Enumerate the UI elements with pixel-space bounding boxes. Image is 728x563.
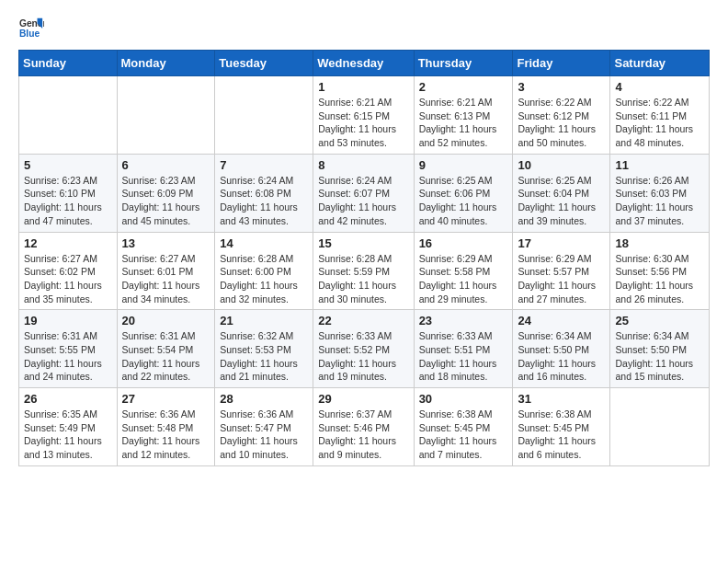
day-info: Sunrise: 6:28 AM Sunset: 5:59 PM Dayligh… (318, 252, 408, 306)
day-info: Sunrise: 6:27 AM Sunset: 6:01 PM Dayligh… (122, 252, 210, 306)
calendar-cell: 7Sunrise: 6:24 AM Sunset: 6:08 PM Daylig… (215, 154, 313, 232)
day-info: Sunrise: 6:38 AM Sunset: 5:45 PM Dayligh… (518, 408, 605, 462)
day-info: Sunrise: 6:32 AM Sunset: 5:53 PM Dayligh… (220, 329, 308, 384)
calendar-header-saturday: Saturday (610, 51, 710, 76)
calendar-cell: 24Sunrise: 6:34 AM Sunset: 5:50 PM Dayli… (513, 310, 610, 388)
day-info: Sunrise: 6:36 AM Sunset: 5:48 PM Dayligh… (122, 408, 210, 462)
calendar-header-tuesday: Tuesday (215, 51, 313, 76)
day-number: 3 (518, 80, 605, 94)
svg-text:Blue: Blue (19, 29, 40, 39)
calendar-header-row: SundayMondayTuesdayWednesdayThursdayFrid… (19, 51, 710, 76)
calendar-cell: 22Sunrise: 6:33 AM Sunset: 5:52 PM Dayli… (313, 310, 414, 388)
logo: General Blue (18, 15, 48, 40)
calendar-cell: 10Sunrise: 6:25 AM Sunset: 6:04 PM Dayli… (513, 154, 610, 232)
day-number: 29 (318, 392, 408, 406)
day-number: 31 (518, 392, 605, 406)
day-number: 22 (318, 314, 408, 327)
day-number: 23 (419, 314, 508, 327)
day-info: Sunrise: 6:29 AM Sunset: 5:57 PM Dayligh… (518, 252, 605, 306)
calendar-header-wednesday: Wednesday (313, 51, 414, 76)
day-info: Sunrise: 6:26 AM Sunset: 6:03 PM Dayligh… (615, 174, 704, 228)
calendar-header-sunday: Sunday (19, 51, 118, 76)
calendar-cell: 31Sunrise: 6:38 AM Sunset: 5:45 PM Dayli… (513, 388, 610, 466)
day-info: Sunrise: 6:23 AM Sunset: 6:09 PM Dayligh… (122, 174, 210, 228)
calendar-cell (19, 76, 118, 155)
day-info: Sunrise: 6:21 AM Sunset: 6:13 PM Dayligh… (419, 96, 508, 150)
day-info: Sunrise: 6:33 AM Sunset: 5:51 PM Dayligh… (419, 329, 508, 384)
calendar-cell: 29Sunrise: 6:37 AM Sunset: 5:46 PM Dayli… (313, 388, 414, 466)
calendar-cell: 18Sunrise: 6:30 AM Sunset: 5:56 PM Dayli… (610, 232, 710, 310)
calendar-cell: 23Sunrise: 6:33 AM Sunset: 5:51 PM Dayli… (414, 310, 513, 388)
day-info: Sunrise: 6:28 AM Sunset: 6:00 PM Dayligh… (220, 252, 308, 306)
calendar-cell: 5Sunrise: 6:23 AM Sunset: 6:10 PM Daylig… (19, 154, 118, 232)
day-number: 2 (419, 80, 508, 94)
day-info: Sunrise: 6:34 AM Sunset: 5:50 PM Dayligh… (615, 329, 704, 384)
calendar-cell: 30Sunrise: 6:38 AM Sunset: 5:45 PM Dayli… (414, 388, 513, 466)
calendar-cell: 15Sunrise: 6:28 AM Sunset: 5:59 PM Dayli… (313, 232, 414, 310)
day-number: 6 (122, 158, 210, 172)
day-number: 21 (220, 314, 308, 327)
day-number: 12 (24, 236, 112, 250)
day-info: Sunrise: 6:24 AM Sunset: 6:08 PM Dayligh… (220, 174, 308, 228)
day-info: Sunrise: 6:33 AM Sunset: 5:52 PM Dayligh… (318, 329, 408, 384)
calendar-header-friday: Friday (513, 51, 610, 76)
day-info: Sunrise: 6:24 AM Sunset: 6:07 PM Dayligh… (318, 174, 408, 228)
day-number: 9 (419, 158, 508, 172)
day-info: Sunrise: 6:21 AM Sunset: 6:15 PM Dayligh… (318, 96, 408, 150)
day-number: 10 (518, 158, 605, 172)
day-number: 1 (318, 80, 408, 94)
calendar-cell (117, 76, 215, 155)
day-number: 11 (615, 158, 704, 172)
day-info: Sunrise: 6:31 AM Sunset: 5:54 PM Dayligh… (122, 329, 210, 384)
calendar-cell: 20Sunrise: 6:31 AM Sunset: 5:54 PM Dayli… (117, 310, 215, 388)
day-info: Sunrise: 6:37 AM Sunset: 5:46 PM Dayligh… (318, 408, 408, 462)
calendar-header-monday: Monday (117, 51, 215, 76)
day-info: Sunrise: 6:34 AM Sunset: 5:50 PM Dayligh… (518, 329, 605, 384)
day-number: 17 (518, 236, 605, 250)
day-info: Sunrise: 6:35 AM Sunset: 5:49 PM Dayligh… (24, 408, 112, 462)
day-info: Sunrise: 6:30 AM Sunset: 5:56 PM Dayligh… (615, 252, 704, 306)
calendar-cell: 9Sunrise: 6:25 AM Sunset: 6:06 PM Daylig… (414, 154, 513, 232)
day-info: Sunrise: 6:27 AM Sunset: 6:02 PM Dayligh… (24, 252, 112, 306)
calendar-week-row: 12Sunrise: 6:27 AM Sunset: 6:02 PM Dayli… (19, 232, 710, 310)
logo-icon: General Blue (18, 15, 44, 40)
calendar-cell: 13Sunrise: 6:27 AM Sunset: 6:01 PM Dayli… (117, 232, 215, 310)
calendar-cell: 14Sunrise: 6:28 AM Sunset: 6:00 PM Dayli… (215, 232, 313, 310)
day-number: 8 (318, 158, 408, 172)
calendar-cell: 8Sunrise: 6:24 AM Sunset: 6:07 PM Daylig… (313, 154, 414, 232)
calendar-cell: 19Sunrise: 6:31 AM Sunset: 5:55 PM Dayli… (19, 310, 118, 388)
calendar-cell: 11Sunrise: 6:26 AM Sunset: 6:03 PM Dayli… (610, 154, 710, 232)
day-number: 28 (220, 392, 308, 406)
day-info: Sunrise: 6:38 AM Sunset: 5:45 PM Dayligh… (419, 408, 508, 462)
day-info: Sunrise: 6:25 AM Sunset: 6:04 PM Dayligh… (518, 174, 605, 228)
calendar-week-row: 19Sunrise: 6:31 AM Sunset: 5:55 PM Dayli… (19, 310, 710, 388)
calendar-cell: 6Sunrise: 6:23 AM Sunset: 6:09 PM Daylig… (117, 154, 215, 232)
calendar-header-thursday: Thursday (414, 51, 513, 76)
header: General Blue (18, 15, 710, 40)
day-number: 18 (615, 236, 704, 250)
calendar-week-row: 1Sunrise: 6:21 AM Sunset: 6:15 PM Daylig… (19, 76, 710, 155)
calendar-cell (610, 388, 710, 466)
calendar-cell: 17Sunrise: 6:29 AM Sunset: 5:57 PM Dayli… (513, 232, 610, 310)
calendar-cell: 12Sunrise: 6:27 AM Sunset: 6:02 PM Dayli… (19, 232, 118, 310)
day-info: Sunrise: 6:31 AM Sunset: 5:55 PM Dayligh… (24, 329, 112, 384)
calendar-cell: 26Sunrise: 6:35 AM Sunset: 5:49 PM Dayli… (19, 388, 118, 466)
day-number: 7 (220, 158, 308, 172)
page: General Blue SundayMondayTuesdayWednesda… (0, 0, 728, 563)
day-info: Sunrise: 6:23 AM Sunset: 6:10 PM Dayligh… (24, 174, 112, 228)
day-info: Sunrise: 6:22 AM Sunset: 6:11 PM Dayligh… (615, 96, 704, 150)
day-number: 20 (122, 314, 210, 327)
day-info: Sunrise: 6:36 AM Sunset: 5:47 PM Dayligh… (220, 408, 308, 462)
day-number: 27 (122, 392, 210, 406)
calendar-cell: 1Sunrise: 6:21 AM Sunset: 6:15 PM Daylig… (313, 76, 414, 155)
day-number: 26 (24, 392, 112, 406)
calendar-week-row: 5Sunrise: 6:23 AM Sunset: 6:10 PM Daylig… (19, 154, 710, 232)
calendar-cell: 4Sunrise: 6:22 AM Sunset: 6:11 PM Daylig… (610, 76, 710, 155)
calendar-cell (215, 76, 313, 155)
day-number: 15 (318, 236, 408, 250)
day-number: 4 (615, 80, 704, 94)
day-number: 25 (615, 314, 704, 327)
day-number: 19 (24, 314, 112, 327)
calendar-cell: 3Sunrise: 6:22 AM Sunset: 6:12 PM Daylig… (513, 76, 610, 155)
day-number: 5 (24, 158, 112, 172)
